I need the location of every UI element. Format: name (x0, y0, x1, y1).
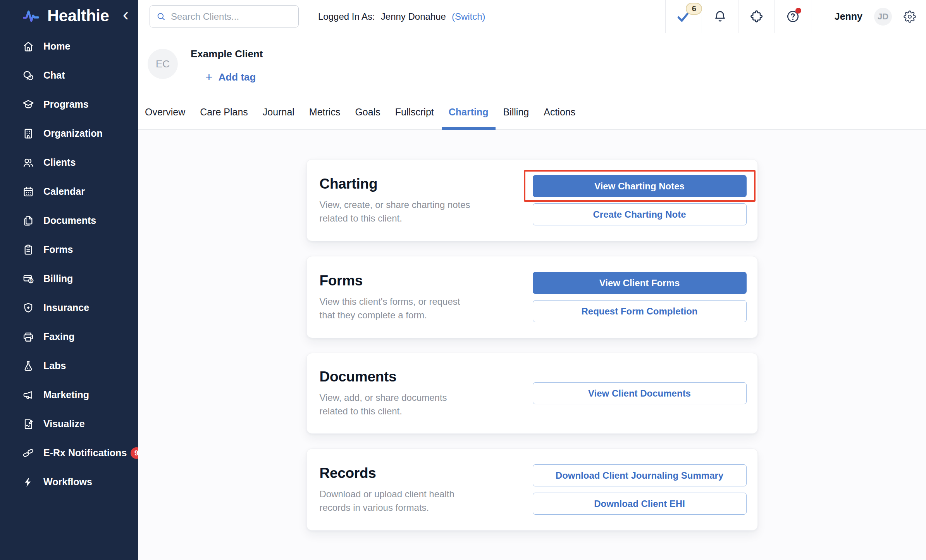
sidebar-nav: HomeChatProgramsOrganizationClientsCalen… (0, 32, 138, 496)
view-charting-notes-button[interactable]: View Charting Notes (533, 175, 747, 197)
download-client-ehi-button[interactable]: Download Client EHI (533, 493, 747, 515)
fax-printer-icon (22, 330, 35, 344)
client-avatar: EC (148, 49, 178, 79)
sidebar-item-label: Programs (43, 99, 89, 110)
add-tag-label: Add tag (219, 71, 256, 83)
user-area: Jenny JD (811, 0, 926, 33)
user-name: Jenny (835, 11, 862, 22)
card-info: FormsView this client's forms, or reques… (320, 273, 475, 322)
logged-in-as: Logged In As: Jenny Donahue (Switch) (318, 11, 485, 22)
sidebar-item-labs[interactable]: Labs (0, 351, 138, 380)
sidebar-item-marketing[interactable]: Marketing (0, 380, 138, 409)
card-documents: DocumentsView, add, or share documents r… (306, 353, 758, 434)
sidebar-item-visualize[interactable]: Visualize (0, 409, 138, 438)
tab-billing[interactable]: Billing (496, 99, 536, 130)
app-root: Healthie ‹ HomeChatProgramsOrganizationC… (0, 0, 926, 560)
sidebar-item-faxing[interactable]: Faxing (0, 322, 138, 351)
sidebar-item-clients[interactable]: Clients (0, 148, 138, 177)
card-description: View, create, or share charting notes re… (320, 198, 475, 225)
search-input[interactable] (171, 11, 292, 22)
count-badge: 6 (686, 3, 702, 15)
sidebar-item-insurance[interactable]: Insurance (0, 293, 138, 322)
sidebar-item-label: Calendar (43, 186, 85, 197)
tab-journal[interactable]: Journal (256, 99, 301, 130)
tab-actions[interactable]: Actions (537, 99, 582, 130)
chat-icon (22, 69, 35, 82)
tasks-check-button[interactable]: 6 (665, 0, 702, 33)
topbar-icon-cluster: 6 (665, 0, 811, 33)
sidebar-item-label: Clients (43, 157, 76, 168)
tab-overview[interactable]: Overview (138, 99, 192, 130)
sidebar-item-label: Labs (43, 360, 66, 371)
add-tag-button[interactable]: + Add tag (205, 71, 263, 83)
request-form-completion-button[interactable]: Request Form Completion (533, 300, 747, 322)
card-actions: Download Client Journaling SummaryDownlo… (533, 464, 747, 515)
card-description: Download or upload client health records… (320, 487, 475, 514)
sidebar-item-chat[interactable]: Chat (0, 61, 138, 90)
integrations-puzzle-icon (749, 9, 764, 24)
people-icon (22, 156, 35, 169)
sidebar-item-programs[interactable]: Programs (0, 90, 138, 119)
sidebar-item-home[interactable]: Home (0, 32, 138, 61)
settings-gear-icon[interactable] (904, 10, 916, 23)
button-wrap: Download Client Journaling Summary (533, 464, 747, 486)
client-name: Example Client (191, 48, 263, 60)
sidebar-collapse-button[interactable]: ‹ (123, 7, 133, 25)
card-title: Documents (320, 369, 475, 385)
logged-in-name: Jenny Donahue (381, 11, 446, 22)
pulse-icon (22, 9, 43, 23)
logged-in-label: Logged In As: (318, 11, 375, 22)
view-client-forms-button[interactable]: View Client Forms (533, 272, 747, 294)
card-records: RecordsDownload or upload client health … (306, 448, 758, 531)
megaphone-icon (22, 388, 35, 402)
integrations-puzzle-button[interactable] (738, 0, 775, 33)
sidebar-item-billing[interactable]: $Billing (0, 264, 138, 293)
healthie-logo[interactable]: Healthie (22, 7, 109, 25)
search-box (150, 5, 299, 27)
pills-icon (22, 447, 35, 460)
client-tabs: OverviewCare PlansJournalMetricsGoalsFul… (138, 99, 926, 130)
sidebar-item-calendar[interactable]: Calendar (0, 177, 138, 206)
view-client-documents-button[interactable]: View Client Documents (533, 382, 747, 404)
notifications-bell-button[interactable] (702, 0, 738, 33)
topbar-spacer (485, 0, 665, 33)
plus-icon: + (205, 71, 213, 83)
credit-card-dollar-icon: $ (22, 272, 35, 285)
sidebar-item-e-rx-notifications[interactable]: E-Rx Notifications9 (0, 438, 138, 467)
chart-document-icon (22, 417, 35, 431)
card-title: Forms (320, 273, 475, 289)
client-header: EC Example Client + Add tag (138, 33, 926, 83)
tab-charting[interactable]: Charting (442, 99, 496, 130)
download-client-journaling-summary-button[interactable]: Download Client Journaling Summary (533, 464, 747, 486)
copy-pages-icon (22, 214, 35, 227)
sidebar-item-forms[interactable]: Forms (0, 235, 138, 264)
tab-fullscript[interactable]: Fullscript (388, 99, 441, 130)
card-description: View this client's forms, or request tha… (320, 295, 475, 322)
sidebar-item-organization[interactable]: Organization (0, 119, 138, 148)
button-wrap: View Client Documents (533, 382, 747, 404)
sidebar-item-label: Marketing (43, 389, 89, 400)
annotation-highlight-box: View Charting Notes (533, 175, 747, 197)
sidebar-header: Healthie ‹ (0, 0, 138, 32)
flask-icon (22, 359, 35, 373)
tab-goals[interactable]: Goals (348, 99, 387, 130)
sidebar-item-workflows[interactable]: Workflows (0, 467, 138, 496)
card-info: RecordsDownload or upload client health … (320, 465, 475, 514)
content-area: ChartingView, create, or share charting … (138, 130, 926, 560)
sidebar-item-label: Visualize (43, 418, 85, 429)
sidebar-item-label: Documents (43, 215, 96, 226)
graduation-cap-icon (22, 98, 35, 111)
svg-text:$: $ (30, 279, 32, 282)
tab-metrics[interactable]: Metrics (302, 99, 348, 130)
lightning-bolt-icon (22, 476, 35, 489)
create-charting-note-button[interactable]: Create Charting Note (533, 203, 747, 225)
card-title: Records (320, 465, 475, 481)
card-title: Charting (320, 176, 475, 192)
sidebar-item-documents[interactable]: Documents (0, 206, 138, 235)
card-forms: FormsView this client's forms, or reques… (306, 256, 758, 338)
tab-care-plans[interactable]: Care Plans (193, 99, 255, 130)
help-question-button[interactable] (775, 0, 811, 33)
card-description: View, add, or share documents related to… (320, 391, 475, 418)
user-avatar[interactable]: JD (874, 8, 892, 26)
switch-user-link[interactable]: (Switch) (452, 11, 485, 22)
